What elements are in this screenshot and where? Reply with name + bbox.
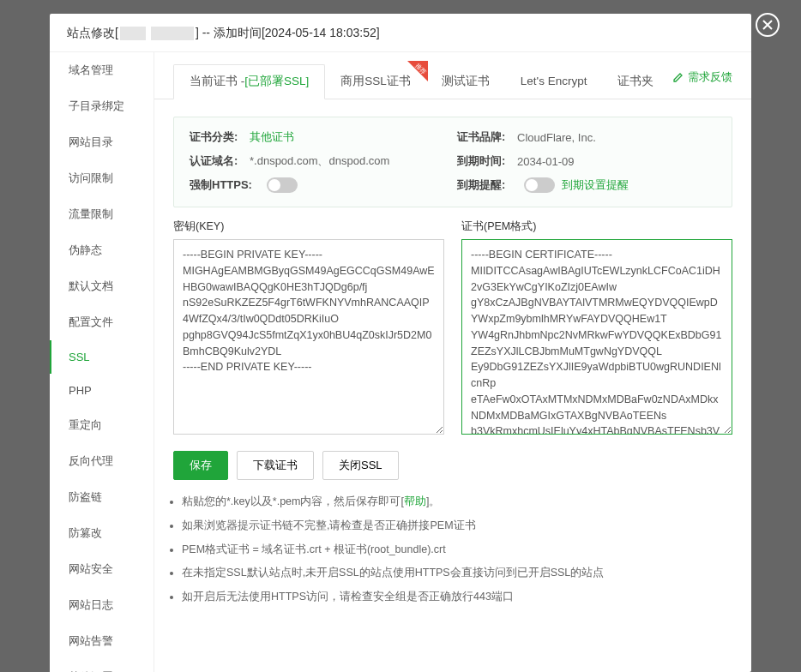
sidebar-item-16[interactable]: 网站告警 xyxy=(50,623,154,659)
cert-expire-label: 到期时间: xyxy=(457,153,517,169)
sidebar-item-12[interactable]: 防盗链 xyxy=(50,479,154,515)
note-item: 粘贴您的*.key以及*.pem内容，然后保存即可[帮助]。 xyxy=(182,494,732,510)
sidebar-item-17[interactable]: 其他设置 xyxy=(50,659,154,672)
modal-title: 站点修改[ x x ] -- 添加时间[2024-05-14 18:03:52] xyxy=(50,14,751,52)
tab-status: [已部署SSL] xyxy=(244,75,309,87)
tab-test-cert[interactable]: 测试证书 xyxy=(426,65,505,99)
private-key-input[interactable] xyxy=(173,239,444,435)
force-https-label: 强制HTTPS: xyxy=(190,177,260,193)
expire-remind-link[interactable]: 到期设置提醒 xyxy=(562,177,629,193)
cert-type-label: 证书分类: xyxy=(190,129,250,145)
key-label: 密钥(KEY) xyxy=(173,219,444,234)
sidebar: 域名管理子目录绑定网站目录访问限制流量限制伪静态默认文档配置文件SSLPHP重定… xyxy=(50,52,154,672)
cert-label: 证书(PEM格式) xyxy=(461,219,732,234)
sidebar-item-11[interactable]: 反向代理 xyxy=(50,443,154,479)
sidebar-item-5[interactable]: 伪静态 xyxy=(50,232,154,268)
tab-label: 当前证书 xyxy=(190,75,238,87)
certificate-input[interactable] xyxy=(461,239,732,435)
feedback-link[interactable]: 需求反馈 xyxy=(672,69,732,93)
title-prefix: 站点修改[ xyxy=(67,26,118,41)
title-suffix: ] -- 添加时间[2024-05-14 18:03:52] xyxy=(196,26,380,41)
feedback-label: 需求反馈 xyxy=(688,69,732,85)
tab-commercial-ssl[interactable]: 商用SSL证书 推荐 xyxy=(325,65,426,99)
expire-remind-label: 到期提醒: xyxy=(457,177,517,193)
sidebar-item-8[interactable]: SSL xyxy=(50,340,154,374)
tab-current-cert[interactable]: 当前证书 -[已部署SSL] xyxy=(173,64,325,99)
site-edit-modal: 站点修改[ x x ] -- 添加时间[2024-05-14 18:03:52]… xyxy=(50,14,751,672)
redacted-site-2: x xyxy=(151,27,194,40)
cert-brand-value: CloudFlare, Inc. xyxy=(517,131,596,144)
redacted-site: x xyxy=(120,27,146,40)
close-ssl-button[interactable]: 关闭SSL xyxy=(322,451,399,480)
close-icon[interactable] xyxy=(755,12,780,38)
save-button[interactable]: 保存 xyxy=(173,451,228,480)
help-notes: 粘贴您的*.key以及*.pem内容，然后保存即可[帮助]。 如果浏览器提示证书… xyxy=(154,485,751,630)
sidebar-item-6[interactable]: 默认文档 xyxy=(50,268,154,304)
sidebar-item-14[interactable]: 网站安全 xyxy=(50,551,154,587)
sidebar-item-9[interactable]: PHP xyxy=(50,374,154,407)
sidebar-item-4[interactable]: 流量限制 xyxy=(50,196,154,232)
sidebar-item-2[interactable]: 网站目录 xyxy=(50,124,154,160)
cert-domain-label: 认证域名: xyxy=(190,153,250,169)
recommend-badge-icon: 推荐 xyxy=(407,61,428,81)
cert-domain-value: *.dnspod.com、dnspod.com xyxy=(250,153,389,169)
sidebar-item-13[interactable]: 防篡改 xyxy=(50,515,154,551)
sidebar-item-3[interactable]: 访问限制 xyxy=(50,160,154,196)
note-item: 如开启后无法使用HTTPS访问，请检查安全组是否正确放行443端口 xyxy=(182,589,732,605)
cert-info-panel: 证书分类: 其他证书 证书品牌: CloudFlare, Inc. 认证域名: … xyxy=(173,117,732,207)
note-item: PEM格式证书 = 域名证书.crt + 根证书(root_bundle).cr… xyxy=(182,542,732,558)
note-item: 如果浏览器提示证书链不完整,请检查是否正确拼接PEM证书 xyxy=(182,518,732,534)
sidebar-item-15[interactable]: 网站日志 xyxy=(50,587,154,623)
sidebar-item-10[interactable]: 重定向 xyxy=(50,407,154,443)
tab-label: 商用SSL证书 xyxy=(340,75,411,87)
force-https-toggle[interactable] xyxy=(267,177,298,193)
expire-remind-toggle[interactable] xyxy=(524,177,555,193)
edit-icon xyxy=(672,71,684,83)
sidebar-item-1[interactable]: 子目录绑定 xyxy=(50,88,154,124)
cert-expire-value: 2034-01-09 xyxy=(517,155,575,168)
tab-bar: 当前证书 -[已部署SSL] 商用SSL证书 推荐 测试证书 Let's Enc… xyxy=(154,52,751,99)
sidebar-item-0[interactable]: 域名管理 xyxy=(50,52,154,88)
download-cert-button[interactable]: 下载证书 xyxy=(237,451,314,480)
content: 当前证书 -[已部署SSL] 商用SSL证书 推荐 测试证书 Let's Enc… xyxy=(154,52,751,672)
cert-brand-label: 证书品牌: xyxy=(457,129,517,145)
sidebar-item-7[interactable]: 配置文件 xyxy=(50,304,154,340)
tab-letsencrypt[interactable]: Let's Encrypt xyxy=(505,66,603,97)
cert-type-value: 其他证书 xyxy=(250,129,294,145)
tab-cert-folder[interactable]: 证书夹 xyxy=(602,65,669,99)
help-link[interactable]: 帮助 xyxy=(404,495,426,507)
note-item: 在未指定SSL默认站点时,未开启SSL的站点使用HTTPS会直接访问到已开启SS… xyxy=(182,565,732,581)
